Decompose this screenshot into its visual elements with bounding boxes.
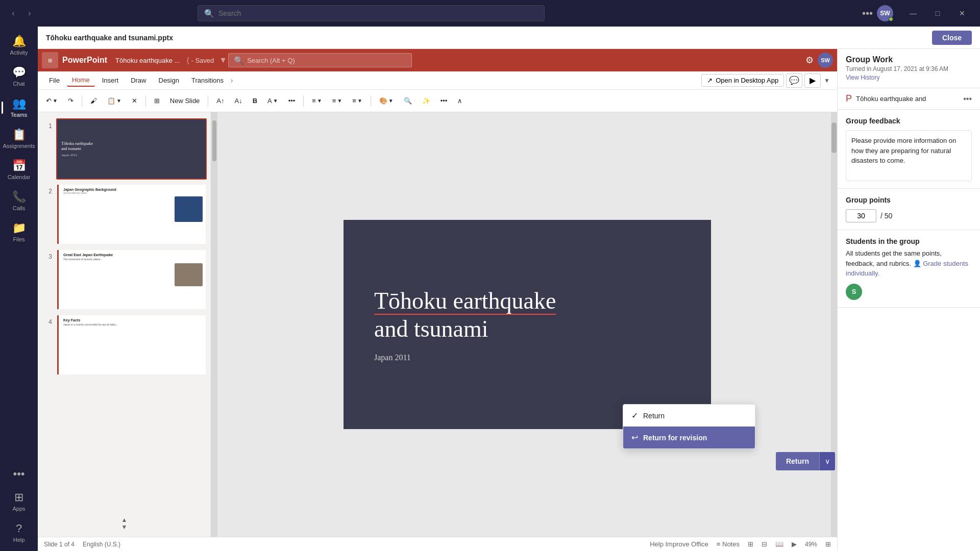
font-size-up-button[interactable]: A↑ bbox=[212, 95, 228, 107]
sidebar-item-more[interactable]: ••• bbox=[2, 463, 36, 485]
fit-slide-button[interactable]: ⊞ bbox=[825, 540, 831, 548]
assignments-icon: 📋 bbox=[12, 128, 26, 141]
menu-home[interactable]: Home bbox=[67, 74, 95, 87]
notes-button[interactable]: ≡ Notes bbox=[717, 540, 740, 548]
scroll-up-button[interactable]: ▲ bbox=[121, 516, 128, 523]
dropdown-revision-item[interactable]: ↩ Return for revision bbox=[623, 427, 755, 448]
status-bar: Slide 1 of 4 English (U.S.) Help Improve… bbox=[38, 537, 837, 551]
copy-format-button[interactable]: 🖌 bbox=[86, 95, 101, 107]
ribbon-avatar[interactable]: SW bbox=[818, 53, 833, 68]
sidebar-item-help[interactable]: ? Help bbox=[2, 518, 36, 547]
more-text-button[interactable]: ••• bbox=[284, 95, 300, 107]
close-button[interactable]: ✕ bbox=[950, 5, 974, 21]
font-color-button[interactable]: A ▼ bbox=[263, 95, 282, 107]
points-max: / 50 bbox=[880, 212, 892, 220]
numbering-button[interactable]: ≡ ▼ bbox=[328, 95, 347, 107]
bold-button[interactable]: B bbox=[249, 95, 261, 107]
open-desktop-icon: ↗ bbox=[707, 77, 713, 84]
slide-thumb-2[interactable]: 2 Japan Geographic Background Surrounded… bbox=[38, 182, 211, 247]
maximize-button[interactable]: □ bbox=[926, 5, 949, 21]
feedback-text[interactable]: Please provide more information on how t… bbox=[846, 130, 972, 181]
points-input[interactable] bbox=[846, 209, 876, 222]
search-slide-button[interactable]: 🔍 bbox=[400, 95, 416, 107]
menu-draw[interactable]: Draw bbox=[126, 74, 151, 86]
new-slide-button[interactable]: New Slide bbox=[166, 95, 204, 107]
canvas-scrollbar-vertical[interactable] bbox=[831, 112, 837, 537]
menu-more-chevron[interactable]: › bbox=[231, 77, 233, 84]
right-panel: Group Work Turned in August 17, 2021 at … bbox=[837, 49, 980, 551]
reading-view-button[interactable]: 📖 bbox=[775, 540, 783, 548]
slide-image-2[interactable]: Japan Geographic Background Surrounded b… bbox=[56, 184, 207, 245]
forward-button[interactable]: › bbox=[22, 6, 37, 20]
sidebar-item-calendar[interactable]: 📅 Calendar bbox=[2, 155, 36, 184]
return-icon: ↩ bbox=[631, 433, 638, 442]
app-grid-icon[interactable]: ⊞ bbox=[42, 52, 58, 68]
more-options-button[interactable]: ••• bbox=[862, 8, 873, 19]
main-canvas-area[interactable]: Tōhoku earthquake and tsunami Japan 2011 bbox=[217, 112, 837, 537]
user-avatar-button[interactable]: SW bbox=[877, 5, 893, 21]
undo-button[interactable]: ↶ ▼ bbox=[42, 95, 62, 107]
menu-insert[interactable]: Insert bbox=[97, 74, 124, 86]
student-avatar: S bbox=[846, 284, 862, 300]
settings-icon[interactable]: ⚙ bbox=[805, 55, 814, 66]
slide-thumb-3[interactable]: 3 Great East Japan Earthquake The moveme… bbox=[38, 247, 211, 312]
comment-icon-btn[interactable]: 💬 bbox=[786, 73, 802, 88]
delete-button[interactable]: ✕ bbox=[128, 95, 141, 107]
menu-file[interactable]: File bbox=[44, 74, 65, 86]
slide-image-1[interactable]: Tōhoku earthquakeand tsunami Japan 2011 bbox=[56, 118, 207, 180]
return-main-button[interactable]: Return bbox=[776, 452, 819, 470]
slide-panel-scrollbar[interactable] bbox=[211, 112, 217, 537]
present-icon-btn[interactable]: ▶ bbox=[804, 73, 821, 88]
present-chevron[interactable]: ▼ bbox=[823, 76, 831, 85]
more-tools-button[interactable]: ••• bbox=[436, 95, 452, 107]
turned-in-date: Turned in August 17, 2021 at 9:36 AM bbox=[846, 65, 972, 72]
sidebar-item-calls[interactable]: 📞 Calls bbox=[2, 186, 36, 215]
sidebar-item-teams[interactable]: 👥 Teams bbox=[2, 93, 36, 122]
sidebar-item-activity[interactable]: 🔔 Activity bbox=[2, 31, 36, 60]
dropdown-return-item[interactable]: ✓ Return bbox=[623, 405, 755, 427]
canvas-scroll-thumb[interactable] bbox=[831, 122, 837, 153]
slide-sorter-button[interactable]: ⊟ bbox=[762, 540, 767, 548]
ribbon-search-bar[interactable]: 🔍 bbox=[228, 53, 412, 67]
sidebar-item-apps[interactable]: ⊞ Apps bbox=[2, 487, 36, 516]
students-section: Students in the group All students get t… bbox=[838, 230, 980, 308]
active-indicator bbox=[2, 102, 3, 114]
menu-transitions[interactable]: Transitions bbox=[186, 74, 229, 86]
scroll-down-button[interactable]: ▼ bbox=[121, 523, 128, 531]
back-button[interactable]: ‹ bbox=[6, 6, 20, 20]
font-size-down-button[interactable]: A↓ bbox=[231, 95, 247, 107]
sidebar-item-files[interactable]: 📁 Files bbox=[2, 217, 36, 246]
check-icon: ✓ bbox=[631, 411, 638, 420]
view-history-link[interactable]: View History bbox=[846, 74, 879, 81]
slide-image-3[interactable]: Great East Japan Earthquake The movement… bbox=[56, 249, 207, 310]
file-more-button[interactable]: ••• bbox=[963, 94, 972, 104]
help-improve-button[interactable]: Help Improve Office bbox=[650, 540, 708, 548]
close-doc-button[interactable]: Close bbox=[932, 31, 972, 45]
sidebar-item-assignments[interactable]: 📋 Assignments bbox=[2, 124, 36, 153]
present-view-button[interactable]: ▶ bbox=[792, 540, 797, 548]
return-chevron-button[interactable]: ∨ bbox=[819, 452, 835, 470]
toolbar-chevron[interactable]: ∧ bbox=[453, 95, 467, 107]
shape-fill-button[interactable]: 🎨 ▼ bbox=[375, 95, 398, 107]
slide-layout-button[interactable]: ⊞ bbox=[150, 95, 164, 107]
normal-view-button[interactable]: ⊞ bbox=[748, 540, 753, 548]
paste-button[interactable]: 📋 ▼ bbox=[103, 95, 126, 107]
minimize-button[interactable]: — bbox=[901, 5, 925, 21]
slide-2-title: Japan Geographic Background bbox=[60, 188, 203, 191]
sidebar-item-chat[interactable]: 💬 Chat bbox=[2, 62, 36, 91]
title-search-bar[interactable]: 🔍 bbox=[198, 5, 545, 21]
slide-thumb-4[interactable]: 4 Key Facts Japan is a country surrounde… bbox=[38, 312, 211, 378]
ribbon-search-input[interactable] bbox=[247, 57, 406, 64]
search-input[interactable] bbox=[218, 9, 538, 17]
redo-button[interactable]: ↷ bbox=[64, 95, 78, 107]
tool-separator-2 bbox=[145, 95, 146, 107]
design-ideas-button[interactable]: ✨ bbox=[418, 95, 434, 107]
slide-image-4[interactable]: Key Facts Japan is a country surrounded … bbox=[56, 314, 207, 375]
sidebar-label-calendar: Calendar bbox=[8, 174, 31, 180]
menu-design[interactable]: Design bbox=[154, 74, 184, 86]
open-desktop-button[interactable]: ↗ Open in Desktop App bbox=[701, 74, 784, 87]
align-button[interactable]: ≡ ▼ bbox=[348, 95, 366, 107]
bullets-button[interactable]: ≡ ▼ bbox=[308, 95, 326, 107]
slide-thumb-1[interactable]: 1 Tōhoku earthquakeand tsunami Japan 201… bbox=[38, 116, 211, 182]
ribbon-app-name: PowerPoint bbox=[62, 56, 107, 65]
